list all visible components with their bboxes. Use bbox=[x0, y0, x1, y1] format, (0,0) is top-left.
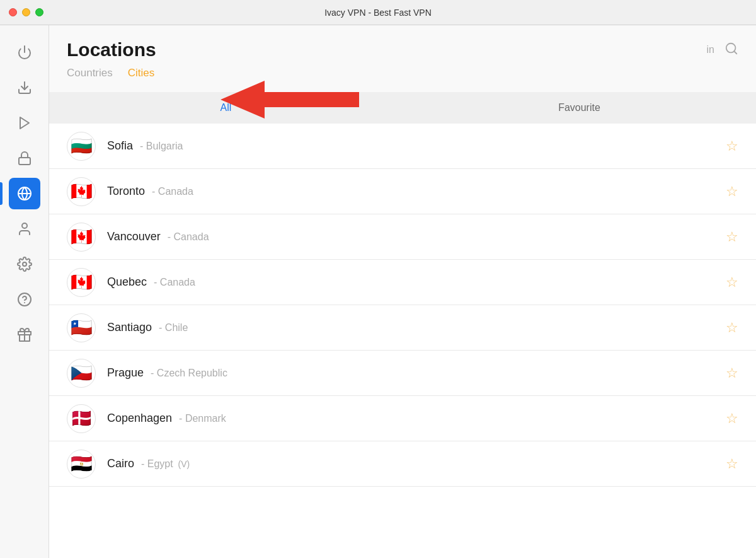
maximize-button[interactable] bbox=[35, 8, 43, 16]
minimize-button[interactable] bbox=[22, 8, 30, 16]
svg-point-7 bbox=[23, 262, 26, 266]
location-country: - Egypt bbox=[141, 458, 173, 469]
favourite-star[interactable]: ☆ bbox=[726, 456, 738, 472]
list-item[interactable]: 🇨🇿Prague - Czech Republic☆ bbox=[49, 351, 756, 396]
help-icon bbox=[17, 292, 32, 307]
location-country: - Bulgaria bbox=[140, 141, 183, 151]
favourite-star[interactable]: ☆ bbox=[726, 410, 738, 427]
location-city: Sofia - Bulgaria bbox=[107, 139, 718, 153]
gift-icon bbox=[17, 327, 32, 342]
flag-icon: 🇧🇬 bbox=[67, 132, 96, 161]
flag-icon: 🇩🇰 bbox=[67, 404, 96, 433]
location-city: Toronto - Canada bbox=[107, 185, 718, 198]
power-icon bbox=[17, 45, 32, 60]
sidebar bbox=[0, 25, 49, 558]
sidebar-item-lock[interactable] bbox=[9, 142, 40, 174]
flag-icon: 🇨🇱 bbox=[67, 313, 96, 342]
list-item[interactable]: 🇪🇬Cairo - Egypt (V)☆ bbox=[49, 441, 756, 487]
lock-icon bbox=[17, 151, 32, 166]
svg-point-6 bbox=[22, 223, 27, 228]
location-city: Vancouver - Canada bbox=[107, 230, 718, 243]
flag-icon: 🇨🇦 bbox=[67, 268, 96, 297]
page-title: Locations bbox=[67, 39, 156, 61]
svg-marker-2 bbox=[20, 117, 29, 129]
sidebar-item-gift[interactable] bbox=[9, 319, 40, 351]
list-item[interactable]: 🇨🇦Quebec - Canada☆ bbox=[49, 260, 756, 305]
tab-cities[interactable]: Cities bbox=[128, 67, 155, 83]
list-item[interactable]: 🇨🇦Toronto - Canada☆ bbox=[49, 169, 756, 214]
location-city: Cairo - Egypt (V) bbox=[107, 457, 718, 470]
search-button[interactable] bbox=[724, 42, 738, 58]
svg-rect-3 bbox=[19, 158, 30, 165]
sidebar-item-settings[interactable] bbox=[9, 248, 40, 280]
main-content: Locations in Countries Cities All Favour… bbox=[49, 25, 756, 558]
location-tag: (V) bbox=[176, 459, 190, 469]
location-country: - Chile bbox=[159, 322, 188, 333]
location-country: - Canada bbox=[152, 186, 193, 197]
location-list: 🇧🇬Sofia - Bulgaria☆🇨🇦Toronto - Canada☆🇨🇦… bbox=[49, 124, 756, 558]
in-label: in bbox=[707, 44, 714, 55]
sidebar-item-help[interactable] bbox=[9, 284, 40, 315]
location-city: Quebec - Canada bbox=[107, 276, 718, 289]
filter-favourite[interactable]: Favourite bbox=[403, 98, 756, 117]
header: Locations in Countries Cities bbox=[49, 25, 756, 83]
favourite-star[interactable]: ☆ bbox=[726, 229, 738, 245]
filter-all[interactable]: All bbox=[49, 98, 403, 117]
list-item[interactable]: 🇨🇱Santiago - Chile☆ bbox=[49, 305, 756, 351]
location-country: - Canada bbox=[154, 277, 195, 288]
svg-line-13 bbox=[734, 51, 736, 54]
location-country: - Czech Republic bbox=[151, 368, 227, 378]
location-city: Copenhagen - Denmark bbox=[107, 412, 718, 425]
globe-icon bbox=[17, 186, 32, 201]
sidebar-item-play[interactable] bbox=[9, 107, 40, 139]
sidebar-item-power[interactable] bbox=[9, 37, 40, 68]
play-icon bbox=[17, 115, 32, 131]
location-city: Santiago - Chile bbox=[107, 321, 718, 334]
flag-icon: 🇪🇬 bbox=[67, 450, 96, 479]
tab-countries[interactable]: Countries bbox=[67, 67, 113, 83]
favourite-star[interactable]: ☆ bbox=[726, 365, 738, 381]
window-controls bbox=[9, 8, 43, 16]
close-button[interactable] bbox=[9, 8, 17, 16]
location-city: Prague - Czech Republic bbox=[107, 366, 718, 380]
search-icon bbox=[724, 42, 738, 55]
flag-icon: 🇨🇦 bbox=[67, 223, 96, 252]
filter-bar: All Favourite bbox=[49, 92, 756, 124]
download-icon bbox=[17, 80, 32, 95]
tabs-row: Countries Cities bbox=[67, 67, 738, 83]
list-item[interactable]: 🇨🇦Vancouver - Canada☆ bbox=[49, 214, 756, 260]
header-top: Locations in bbox=[67, 39, 738, 61]
location-country: - Canada bbox=[168, 231, 209, 242]
favourite-star[interactable]: ☆ bbox=[726, 274, 738, 291]
sidebar-item-download[interactable] bbox=[9, 72, 40, 103]
flag-icon: 🇨🇿 bbox=[67, 359, 96, 388]
sidebar-item-globe[interactable] bbox=[9, 178, 40, 209]
favourite-star[interactable]: ☆ bbox=[726, 183, 738, 200]
favourite-star[interactable]: ☆ bbox=[726, 138, 738, 154]
header-right: in bbox=[707, 42, 738, 58]
app-container: Locations in Countries Cities All Favour… bbox=[0, 25, 756, 558]
active-indicator bbox=[0, 182, 3, 205]
flag-icon: 🇨🇦 bbox=[67, 177, 96, 206]
window-title: Ivacy VPN - Best Fast VPN bbox=[324, 8, 432, 18]
profile-icon bbox=[17, 221, 32, 236]
list-item[interactable]: 🇩🇰Copenhagen - Denmark☆ bbox=[49, 396, 756, 441]
favourite-star[interactable]: ☆ bbox=[726, 320, 738, 336]
sidebar-item-profile[interactable] bbox=[9, 213, 40, 245]
titlebar: Ivacy VPN - Best Fast VPN bbox=[0, 0, 756, 25]
settings-icon bbox=[17, 257, 32, 272]
location-country: - Denmark bbox=[179, 413, 226, 424]
list-item[interactable]: 🇧🇬Sofia - Bulgaria☆ bbox=[49, 124, 756, 169]
